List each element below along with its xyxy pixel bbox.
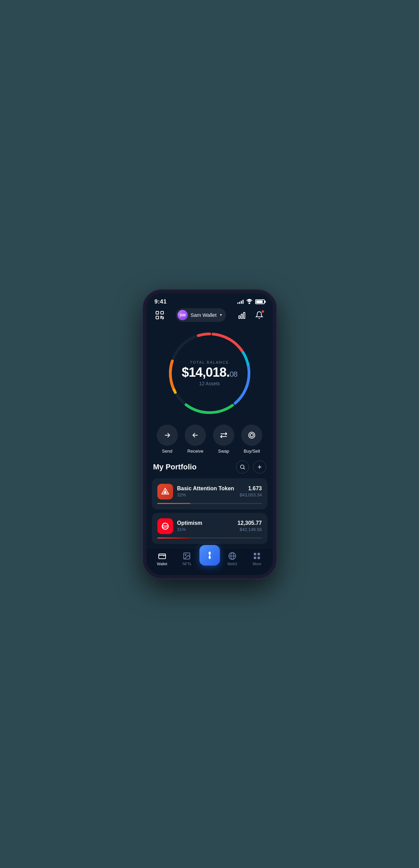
svg-line-29 (244, 468, 245, 469)
op-amount: 12,305.77 (237, 520, 262, 526)
send-action: Send (157, 425, 178, 454)
balance-cents: 08 (230, 370, 237, 378)
op-progress-bar (157, 537, 262, 539)
op-name: Optimism (177, 520, 234, 526)
wallet-name: Sam Wallet (191, 312, 217, 318)
notifications-button[interactable] (253, 309, 266, 322)
portfolio-search-button[interactable] (236, 461, 249, 474)
nav-nfts-label: NFTs (182, 562, 191, 566)
wallet-selector[interactable]: SW Sam Wallet ▾ (176, 308, 226, 322)
bat-name: Basic Attention Token (177, 485, 236, 492)
buysell-action: Buy/Sell (241, 425, 262, 454)
status-time: 9:41 (155, 298, 167, 305)
swap-label: Swap (218, 449, 229, 454)
scan-icon (155, 310, 165, 320)
portfolio-actions (236, 461, 266, 474)
balance-label: TOTAL BALANCE (182, 360, 237, 364)
receive-button[interactable] (185, 425, 206, 446)
bat-info: Basic Attention Token 32% (177, 485, 236, 497)
op-info: Optimism 31% (177, 520, 234, 532)
portfolio-add-button[interactable] (253, 461, 266, 474)
nav-more-label: More (253, 562, 261, 566)
svg-point-28 (240, 465, 244, 469)
web3-nav-icon (228, 552, 237, 560)
svg-rect-11 (239, 316, 240, 319)
receive-icon (191, 431, 199, 439)
bottom-nav: Wallet NFTs (146, 548, 273, 575)
header: SW Sam Wallet ▾ (146, 306, 273, 325)
bat-values: 1.673 $43,003.34 (239, 485, 262, 497)
header-right (236, 309, 266, 322)
svg-rect-48 (258, 557, 260, 559)
svg-text:OP: OP (162, 524, 168, 529)
balance-amount: $14,018.08 (182, 366, 237, 379)
center-action-icon (205, 551, 214, 560)
balance-assets: 12 Assets (182, 381, 237, 386)
bar-chart-icon (238, 311, 246, 319)
buysell-button[interactable] (241, 425, 262, 446)
status-icons (237, 298, 265, 306)
send-button[interactable] (157, 425, 178, 446)
battery-icon (255, 299, 265, 304)
bat-pct: 32% (177, 492, 236, 497)
op-pct: 31% (177, 527, 234, 532)
svg-rect-2 (156, 316, 159, 319)
nav-nfts[interactable]: NFTs (174, 552, 199, 566)
op-logo: OP (157, 518, 173, 534)
portfolio-title: My Portfolio (153, 463, 197, 471)
portfolio-header: My Portfolio (152, 461, 267, 474)
balance-center: TOTAL BALANCE $14,018.08 12 Assets (182, 360, 237, 386)
notification-badge (261, 310, 264, 313)
swap-action: Swap (213, 425, 234, 454)
svg-rect-45 (254, 553, 256, 555)
svg-rect-12 (241, 314, 243, 319)
receive-label: Receive (187, 449, 204, 454)
phone-frame: 9:41 (143, 290, 276, 579)
buysell-label: Buy/Sell (244, 449, 260, 454)
scan-button[interactable] (153, 309, 166, 322)
phone-screen: 9:41 (146, 293, 273, 575)
swap-button[interactable] (213, 425, 234, 446)
chevron-down-icon: ▾ (220, 313, 222, 317)
svg-rect-47 (254, 557, 256, 559)
nfts-nav-icon (182, 552, 191, 560)
bat-usd: $43,003.34 (239, 492, 262, 497)
buysell-icon (248, 431, 256, 439)
bat-icon (161, 487, 170, 496)
avatar: SW (178, 310, 188, 320)
nav-web3[interactable]: Web3 (220, 552, 245, 566)
receive-action: Receive (185, 425, 206, 454)
svg-rect-1 (161, 311, 163, 314)
bat-progress-bar (157, 503, 262, 504)
search-icon (239, 464, 246, 470)
swap-icon (220, 431, 228, 439)
bat-logo (157, 484, 173, 500)
svg-rect-0 (156, 311, 159, 314)
svg-point-26 (249, 432, 255, 438)
notch (189, 293, 230, 305)
asset-card-bat[interactable]: Basic Attention Token 32% 1.673 $43,003.… (152, 478, 267, 509)
center-action-button[interactable] (199, 545, 220, 566)
svg-point-38 (185, 554, 186, 555)
more-nav-icon (252, 552, 261, 560)
balance-circle: TOTAL BALANCE $14,018.08 12 Assets (165, 329, 254, 418)
op-icon: OP (161, 522, 170, 531)
nav-center[interactable] (199, 552, 220, 566)
signal-bars-icon (237, 299, 244, 304)
actions-row: Send Receive (146, 418, 273, 457)
nav-wallet[interactable]: Wallet (150, 552, 175, 566)
send-icon (163, 431, 171, 439)
wallet-nav-icon (158, 552, 167, 560)
nav-web3-label: Web3 (227, 562, 237, 566)
nav-more[interactable]: More (245, 552, 270, 566)
nav-wallet-label: Wallet (157, 562, 167, 566)
plus-icon (257, 464, 263, 470)
bat-amount: 1.673 (239, 485, 262, 492)
chart-button[interactable] (236, 309, 249, 322)
svg-rect-46 (258, 553, 260, 555)
balance-section: TOTAL BALANCE $14,018.08 12 Assets (146, 325, 273, 418)
svg-rect-36 (159, 554, 166, 559)
asset-card-op[interactable]: OP Optimism 31% 12,305.77 $42,149.56 (152, 513, 267, 544)
send-label: Send (162, 449, 172, 454)
svg-rect-13 (244, 312, 245, 319)
